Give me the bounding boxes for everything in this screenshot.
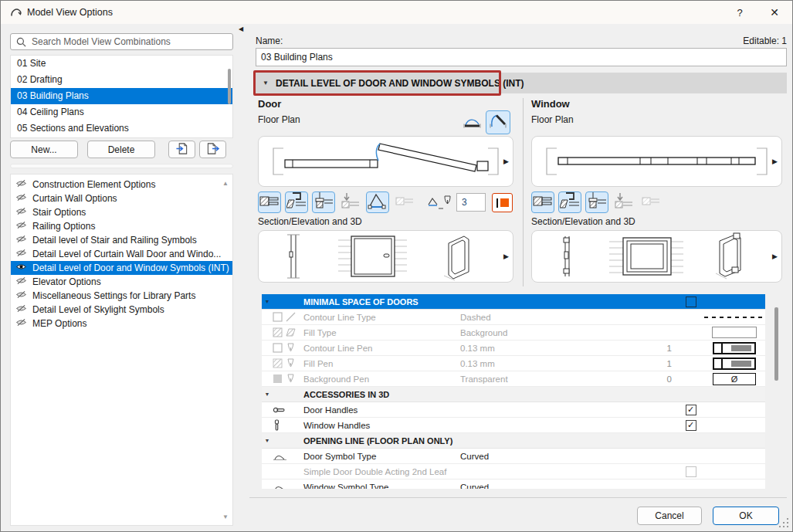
collapse-caret-icon[interactable]: ▼	[262, 438, 273, 443]
window-wall-contours-toggle[interactable]	[531, 191, 554, 213]
archicad-logo-icon	[10, 6, 23, 22]
delete-button[interactable]: Delete	[87, 141, 155, 158]
pen-preview[interactable]	[713, 342, 756, 354]
table-row[interactable]: Window Symbol Type Curved	[262, 479, 765, 489]
panel-splitter-handle[interactable]	[10, 164, 233, 168]
list-item[interactable]: Elevator Options	[11, 275, 232, 289]
list-item[interactable]: Miscellaneous Settings for Library Parts	[11, 289, 232, 303]
door-opening-line-toggle[interactable]	[366, 191, 389, 213]
door-symbol-closed-toggle[interactable]	[461, 113, 484, 134]
table-row[interactable]: Door Symbol Type Curved	[262, 449, 765, 464]
help-button[interactable]: ?	[729, 1, 751, 24]
scrollbar-thumb[interactable]	[228, 69, 231, 104]
search-input[interactable]	[30, 36, 232, 48]
transparent-pen-preview[interactable]: Ø	[713, 373, 756, 385]
table-row[interactable]: Contour Line Pen 0.13 mm 1	[262, 341, 765, 356]
window-sill-toggle[interactable]	[585, 191, 608, 213]
table-row[interactable]: Fill Type Background	[262, 325, 765, 341]
scroll-up-icon[interactable]: ▲	[222, 181, 229, 187]
pen-preview[interactable]	[713, 357, 756, 370]
preview-next-icon[interactable]: ▶	[772, 158, 778, 165]
section-opening-line-header[interactable]: ▼ OPENING LINE (FLOOR PLAN ONLY)	[262, 433, 765, 449]
dashed-line-preview[interactable]	[704, 317, 764, 318]
titlebar: Model View Options ? ✕	[1, 1, 792, 24]
door-frame-icon	[286, 191, 307, 213]
ok-button[interactable]: OK	[713, 507, 779, 525]
door-handles-checkbox[interactable]: ✓	[686, 405, 696, 415]
name-input[interactable]	[256, 48, 787, 66]
list-item[interactable]: Railing Options	[11, 219, 232, 233]
eye-closed-icon	[15, 276, 27, 287]
table-row[interactable]: Background Pen Transparent 0 Ø	[262, 371, 765, 387]
search-box[interactable]	[10, 33, 233, 50]
window-handles-checkbox[interactable]: ✓	[686, 420, 696, 431]
threshold-icon	[587, 191, 607, 213]
door-symbol-open-toggle[interactable]	[486, 110, 510, 134]
minimal-space-checkbox[interactable]	[686, 296, 696, 307]
list-item[interactable]: Detail Level of Skylight Symbols	[11, 303, 232, 317]
list-item[interactable]: MEP Options	[11, 317, 232, 330]
table-row[interactable]: Simple Door Double Acting 2nd Leaf	[262, 464, 765, 479]
table-row[interactable]: Door Handles ✓	[262, 402, 765, 418]
background-pen-icon	[273, 374, 303, 384]
eye-closed-icon	[15, 318, 27, 329]
cancel-button[interactable]: Cancel	[637, 507, 702, 525]
table-row[interactable]: Contour Line Type Dashed	[262, 310, 765, 325]
list-item[interactable]: 02 Drafting	[11, 72, 232, 88]
list-item[interactable]: Curtain Wall Options	[11, 191, 232, 205]
resize-grip[interactable]	[778, 517, 790, 529]
window-symbol-arc-icon	[273, 482, 303, 489]
fill-preview[interactable]	[712, 327, 757, 338]
door-threshold-toggle[interactable]	[312, 191, 335, 213]
list-item[interactable]: Detail Level of Curtain Wall Door and Wi…	[11, 247, 232, 261]
annotation-highlight-box	[253, 70, 501, 96]
table-scrollbar-thumb[interactable]	[774, 307, 778, 381]
list-item[interactable]: 01 Site	[11, 56, 232, 72]
door-projection-toggle[interactable]	[339, 191, 362, 213]
table-row[interactable]: Fill Pen 0.13 mm 1	[262, 356, 765, 371]
list-item-selected[interactable]: 03 Building Plans	[11, 88, 232, 104]
close-button[interactable]: ✕	[764, 1, 785, 24]
section-minimal-space-header[interactable]: ▼ MINIMAL SPACE OF DOORS	[262, 294, 765, 310]
eye-closed-icon	[15, 235, 27, 246]
new-button[interactable]: New...	[10, 141, 78, 158]
collapse-caret-icon[interactable]: ▼	[262, 299, 273, 304]
table-row[interactable]: Window Handles ✓	[262, 418, 765, 433]
splitter-collapse-icon[interactable]: ◀	[239, 25, 243, 32]
wall-hatch-icon	[259, 191, 280, 213]
opening-arc-icon	[368, 191, 388, 213]
list-item[interactable]: Stair Options	[11, 205, 232, 219]
preview-next-icon[interactable]: ▶	[503, 252, 509, 260]
door-floor-plan-drawing	[259, 137, 513, 186]
section-title: MINIMAL SPACE OF DOORS	[303, 297, 460, 307]
import-button[interactable]	[168, 141, 195, 158]
collapse-caret-icon[interactable]: ▼	[262, 391, 273, 397]
door-wall-contours-toggle[interactable]	[258, 191, 281, 213]
opening-line-pen-input[interactable]	[456, 193, 486, 212]
list-item-selected[interactable]: Detail Level of Door and Window Symbols …	[11, 261, 232, 275]
list-item[interactable]: 04 Ceiling Plans	[11, 104, 232, 120]
model-view-options-dialog: Model View Options ? ✕ 01 Site 02 Drafti…	[0, 0, 793, 532]
door-frame-toggle[interactable]	[285, 191, 308, 213]
search-icon	[11, 37, 30, 47]
list-item[interactable]: Detail level of Stair and Railing Symbol…	[11, 233, 232, 247]
window-frame-toggle[interactable]	[558, 191, 581, 213]
window-floor-plan-label: Floor Plan	[531, 114, 574, 125]
list-item[interactable]: Construction Element Options	[11, 178, 232, 191]
preview-next-icon[interactable]: ▶	[503, 158, 509, 165]
export-button[interactable]	[199, 141, 226, 158]
section-accessories-header[interactable]: ▼ ACCESSORIES IN 3D	[262, 387, 765, 402]
options-list: Construction Element Options Curtain Wal…	[10, 174, 233, 526]
pen-line-sample	[496, 198, 498, 208]
eye-closed-icon	[15, 249, 27, 259]
scroll-down-icon[interactable]: ▼	[222, 514, 229, 520]
door-se-label: Section/Elevation and 3D	[258, 216, 362, 227]
window-projection-toggle[interactable]	[612, 191, 635, 213]
simple-door-checkbox[interactable]	[686, 466, 696, 477]
preview-next-icon[interactable]: ▶	[772, 252, 778, 260]
import-icon	[175, 142, 190, 158]
pen-color-swatch	[500, 198, 509, 207]
list-item[interactable]: 05 Sections and Elevations	[11, 120, 232, 137]
pen-color-button[interactable]	[492, 193, 513, 212]
contour-line-type-icon	[273, 312, 303, 322]
